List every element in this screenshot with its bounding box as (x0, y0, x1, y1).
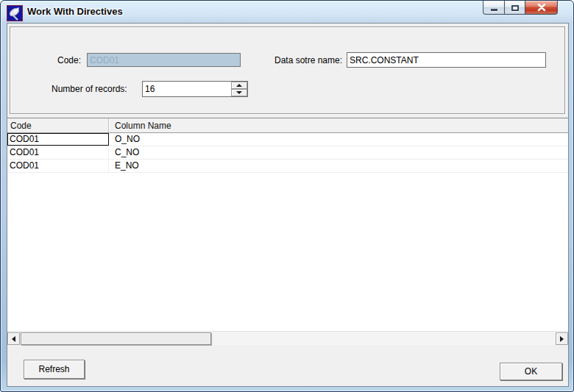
table-row: COD01 C_NO (7, 146, 568, 160)
scroll-right-button[interactable] (556, 332, 568, 345)
records-label: Number of records: (52, 84, 127, 94)
chevron-up-icon (236, 84, 242, 87)
close-button[interactable] (525, 1, 558, 15)
arrow-left-icon (12, 336, 15, 342)
cell-code[interactable]: COD01 (7, 146, 109, 159)
column-header-column-name[interactable]: Column Name (109, 118, 568, 132)
table-header-row: Code Column Name (7, 118, 568, 133)
arrow-right-icon (560, 336, 564, 342)
refresh-button[interactable]: Refresh (24, 360, 85, 379)
cell-code-focused[interactable]: COD01 (7, 133, 109, 146)
minimize-button[interactable] (483, 1, 504, 15)
datastore-input[interactable] (347, 52, 546, 68)
horizontal-scrollbar[interactable] (7, 331, 568, 345)
scroll-left-button[interactable] (7, 332, 20, 345)
table-row: COD01 O_NO (7, 133, 568, 146)
dialog-window: Work With Directives Code: Data sotre na… (0, 0, 574, 392)
spinner-buttons (231, 82, 247, 96)
spin-down-button[interactable] (231, 89, 247, 96)
cell-column-name[interactable]: E_NO (109, 160, 568, 172)
code-input (87, 53, 241, 67)
cell-column-name[interactable]: C_NO (109, 146, 568, 159)
records-table: Code Column Name COD01 O_NO COD01 C_NO C… (7, 118, 568, 345)
ok-button[interactable]: OK (500, 363, 562, 380)
form-panel: Code: Data sotre name: Number of records… (10, 26, 565, 114)
records-input[interactable] (143, 82, 230, 96)
client-area: Code: Data sotre name: Number of records… (7, 23, 569, 387)
cell-column-name[interactable]: O_NO (109, 133, 568, 146)
titlebar[interactable]: Work With Directives (1, 1, 573, 23)
records-spinner (142, 81, 248, 97)
scrollbar-thumb[interactable] (21, 332, 211, 345)
code-label: Code: (57, 55, 81, 65)
maximize-button[interactable] (504, 1, 525, 15)
spin-up-button[interactable] (231, 82, 247, 89)
close-icon (537, 4, 546, 11)
datastore-label: Data sotre name: (274, 55, 342, 65)
chevron-down-icon (236, 91, 242, 94)
table-row: COD01 E_NO (7, 160, 568, 173)
app-icon satellite-dish-icon (7, 5, 23, 21)
window-title: Work With Directives (27, 6, 123, 17)
minimize-icon (491, 9, 497, 11)
cell-code[interactable]: COD01 (7, 160, 109, 172)
column-header-code[interactable]: Code (7, 118, 109, 132)
caption-buttons (483, 1, 558, 15)
maximize-icon (511, 5, 519, 11)
